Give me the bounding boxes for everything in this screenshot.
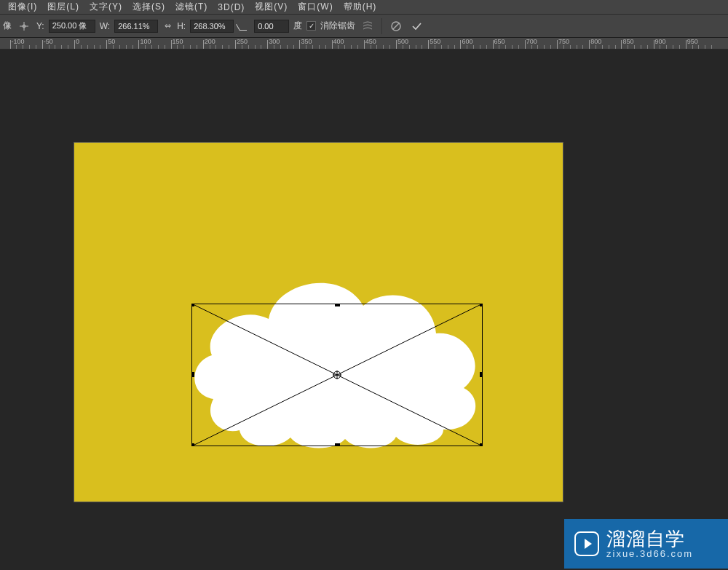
menu-view[interactable]: 视图(V) bbox=[250, 1, 293, 13]
options-bar: 像 Y: W: ⇔ H: 度 ✓ 消除锯齿 bbox=[0, 15, 728, 38]
w-input[interactable] bbox=[114, 20, 158, 33]
antialias-label: 消除锯齿 bbox=[320, 20, 355, 32]
separator bbox=[381, 18, 382, 34]
watermark: 溜溜自学 zixue.3d66.com bbox=[564, 519, 728, 569]
play-icon bbox=[574, 531, 599, 556]
ruler-tick-label: 200 bbox=[205, 38, 215, 45]
watermark-title: 溜溜自学 bbox=[606, 529, 693, 550]
cloud-shape[interactable] bbox=[189, 261, 486, 450]
ruler-tick-label: 950 bbox=[687, 38, 698, 45]
rotation-input[interactable] bbox=[254, 20, 289, 33]
ruler-tick-label: 900 bbox=[655, 38, 666, 45]
ruler-tick-label: 350 bbox=[301, 38, 312, 45]
w-label: W: bbox=[100, 21, 110, 31]
menu-image[interactable]: 图像(I) bbox=[3, 1, 42, 13]
watermark-sub: zixue.3d66.com bbox=[606, 549, 693, 559]
ruler-tick-label: 250 bbox=[237, 38, 248, 45]
menu-window[interactable]: 窗口(W) bbox=[293, 1, 338, 13]
ruler-tick-label: 400 bbox=[333, 38, 344, 45]
menu-help[interactable]: 帮助(H) bbox=[339, 1, 382, 13]
rot-suffix: 度 bbox=[293, 20, 302, 32]
warp-icon[interactable] bbox=[360, 18, 376, 34]
ruler-tick-label: 500 bbox=[397, 38, 408, 45]
ruler-tick-label: 600 bbox=[462, 38, 472, 45]
menu-3d[interactable]: 3D(D) bbox=[213, 2, 250, 12]
cancel-icon[interactable] bbox=[388, 18, 404, 34]
menu-select[interactable]: 选择(S) bbox=[127, 1, 170, 13]
menu-bar: 图像(I) 图层(L) 文字(Y) 选择(S) 滤镜(T) 3D(D) 视图(V… bbox=[0, 0, 728, 15]
trunc-prefix: 像 bbox=[3, 20, 12, 32]
y-label: Y: bbox=[36, 21, 44, 31]
ruler-tick-label: 150 bbox=[173, 38, 183, 45]
ruler-tick-label: 850 bbox=[622, 38, 633, 45]
h-label: H: bbox=[177, 21, 186, 31]
ruler-tick-label: 750 bbox=[558, 38, 569, 45]
menu-filter[interactable]: 滤镜(T) bbox=[170, 1, 213, 13]
ruler-tick-label: -50 bbox=[44, 38, 53, 45]
link-icon[interactable]: ⇔ bbox=[162, 21, 173, 31]
h-input[interactable] bbox=[190, 20, 234, 33]
commit-icon[interactable] bbox=[408, 18, 424, 34]
svg-line-4 bbox=[393, 23, 399, 29]
ruler-horizontal: -100-50050100150200250300350400450500550… bbox=[0, 38, 728, 50]
ruler-tick-label: 100 bbox=[140, 38, 151, 45]
angle-icon bbox=[238, 20, 250, 32]
ruler-tick-label: -100 bbox=[12, 38, 25, 45]
ruler-tick-label: 300 bbox=[269, 38, 280, 45]
ruler-tick-label: 0 bbox=[76, 38, 79, 45]
ruler-tick-label: 550 bbox=[430, 38, 440, 45]
ruler-tick-label: 450 bbox=[365, 38, 376, 45]
menu-text[interactable]: 文字(Y) bbox=[84, 1, 127, 13]
ruler-tick-label: 50 bbox=[108, 38, 115, 45]
canvas-area[interactable] bbox=[0, 50, 728, 570]
y-input[interactable] bbox=[49, 20, 95, 33]
point-icon[interactable] bbox=[16, 18, 32, 34]
ruler-tick-label: 700 bbox=[526, 38, 537, 45]
menu-layer[interactable]: 图层(L) bbox=[42, 1, 84, 13]
ruler-tick-label: 800 bbox=[590, 38, 601, 45]
antialias-checkbox[interactable]: ✓ bbox=[306, 21, 316, 31]
ruler-tick-label: 650 bbox=[494, 38, 505, 45]
